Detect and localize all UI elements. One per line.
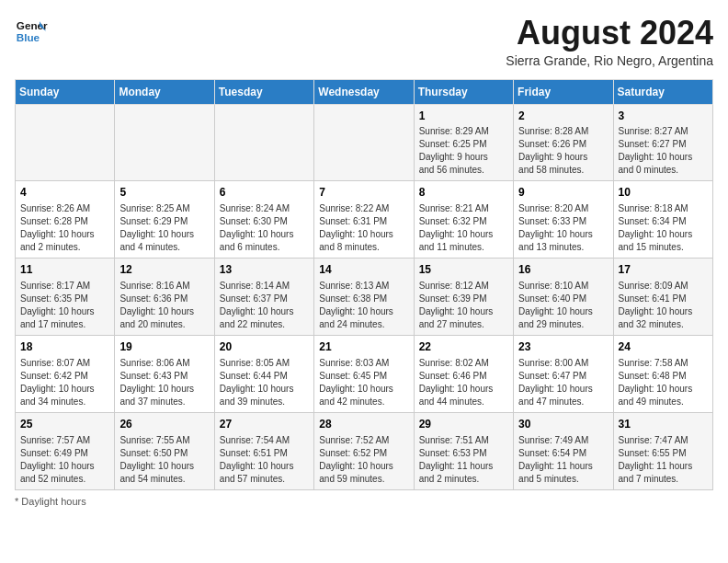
calendar-cell: [115, 104, 214, 181]
day-info: Sunrise: 8:03 AM Sunset: 6:45 PM Dayligh…: [319, 357, 408, 408]
calendar-cell: 24Sunrise: 7:58 AM Sunset: 6:48 PM Dayli…: [613, 335, 712, 412]
footer-note: * Daylight hours: [15, 496, 713, 507]
calendar-cell: 2Sunrise: 8:28 AM Sunset: 6:26 PM Daylig…: [514, 104, 613, 181]
day-header-wednesday: Wednesday: [314, 79, 414, 104]
calendar-table: SundayMondayTuesdayWednesdayThursdayFrid…: [15, 79, 713, 490]
day-info: Sunrise: 8:29 AM Sunset: 6:25 PM Dayligh…: [419, 125, 508, 177]
day-number: 12: [119, 262, 209, 278]
day-header-monday: Monday: [115, 79, 214, 104]
calendar-cell: 22Sunrise: 8:02 AM Sunset: 6:46 PM Dayli…: [414, 335, 513, 412]
day-info: Sunrise: 7:51 AM Sunset: 6:53 PM Dayligh…: [419, 434, 508, 486]
day-number: 16: [518, 262, 608, 278]
calendar-cell: 19Sunrise: 8:06 AM Sunset: 6:43 PM Dayli…: [115, 335, 214, 412]
footer-note-text: Daylight hours: [21, 496, 85, 507]
day-info: Sunrise: 8:05 AM Sunset: 6:44 PM Dayligh…: [220, 357, 309, 408]
day-number: 29: [419, 417, 508, 432]
day-number: 26: [119, 417, 209, 432]
calendar-cell: 12Sunrise: 8:16 AM Sunset: 6:36 PM Dayli…: [115, 259, 214, 336]
day-header-thursday: Thursday: [414, 79, 513, 104]
calendar-cell: 9Sunrise: 8:20 AM Sunset: 6:33 PM Daylig…: [514, 181, 613, 259]
day-number: 30: [518, 417, 608, 432]
day-info: Sunrise: 8:06 AM Sunset: 6:43 PM Dayligh…: [119, 357, 209, 408]
day-number: 25: [20, 417, 109, 432]
calendar-week-3: 11Sunrise: 8:17 AM Sunset: 6:35 PM Dayli…: [16, 259, 713, 336]
day-info: Sunrise: 8:10 AM Sunset: 6:40 PM Dayligh…: [518, 280, 608, 331]
calendar-cell: 7Sunrise: 8:22 AM Sunset: 6:31 PM Daylig…: [314, 181, 414, 259]
day-number: 23: [518, 339, 608, 355]
day-info: Sunrise: 8:07 AM Sunset: 6:42 PM Dayligh…: [20, 357, 109, 408]
day-info: Sunrise: 7:58 AM Sunset: 6:48 PM Dayligh…: [619, 357, 708, 408]
svg-text:Blue: Blue: [17, 31, 40, 43]
calendar-cell: 16Sunrise: 8:10 AM Sunset: 6:40 PM Dayli…: [514, 259, 613, 336]
title-area: August 2024 Sierra Grande, Rio Negro, Ar…: [506, 15, 713, 68]
calendar-cell: 6Sunrise: 8:24 AM Sunset: 6:30 PM Daylig…: [214, 181, 313, 259]
day-header-friday: Friday: [514, 79, 613, 104]
day-number: 20: [220, 339, 309, 355]
calendar-cell: 5Sunrise: 8:25 AM Sunset: 6:29 PM Daylig…: [115, 181, 214, 259]
day-header-tuesday: Tuesday: [214, 79, 313, 104]
day-info: Sunrise: 8:00 AM Sunset: 6:47 PM Dayligh…: [518, 357, 608, 408]
day-info: Sunrise: 8:16 AM Sunset: 6:36 PM Dayligh…: [119, 280, 209, 331]
day-info: Sunrise: 7:52 AM Sunset: 6:52 PM Dayligh…: [319, 434, 408, 486]
calendar-week-2: 4Sunrise: 8:26 AM Sunset: 6:28 PM Daylig…: [16, 181, 713, 259]
calendar-cell: 27Sunrise: 7:54 AM Sunset: 6:51 PM Dayli…: [214, 412, 313, 489]
calendar-cell: 25Sunrise: 7:57 AM Sunset: 6:49 PM Dayli…: [16, 412, 115, 489]
day-number: 21: [319, 339, 408, 355]
calendar-cell: [314, 104, 414, 181]
calendar-week-1: 1Sunrise: 8:29 AM Sunset: 6:25 PM Daylig…: [16, 104, 713, 181]
day-info: Sunrise: 8:24 AM Sunset: 6:30 PM Dayligh…: [220, 202, 309, 254]
calendar-cell: 10Sunrise: 8:18 AM Sunset: 6:34 PM Dayli…: [613, 181, 712, 259]
day-info: Sunrise: 8:12 AM Sunset: 6:39 PM Dayligh…: [419, 280, 508, 331]
main-title: August 2024: [506, 15, 713, 52]
day-info: Sunrise: 8:21 AM Sunset: 6:32 PM Dayligh…: [419, 202, 508, 254]
day-info: Sunrise: 7:57 AM Sunset: 6:49 PM Dayligh…: [20, 434, 109, 486]
day-number: 3: [619, 109, 708, 124]
calendar-cell: 14Sunrise: 8:13 AM Sunset: 6:38 PM Dayli…: [314, 259, 414, 336]
day-number: 1: [419, 109, 508, 124]
day-number: 14: [319, 262, 408, 278]
day-number: 24: [619, 339, 708, 355]
calendar-cell: 29Sunrise: 7:51 AM Sunset: 6:53 PM Dayli…: [414, 412, 513, 489]
day-number: 22: [419, 339, 508, 355]
calendar-cell: 8Sunrise: 8:21 AM Sunset: 6:32 PM Daylig…: [414, 181, 513, 259]
calendar-header-row: SundayMondayTuesdayWednesdayThursdayFrid…: [16, 79, 713, 104]
day-info: Sunrise: 8:02 AM Sunset: 6:46 PM Dayligh…: [419, 357, 508, 408]
calendar-cell: [16, 104, 115, 181]
calendar-week-4: 18Sunrise: 8:07 AM Sunset: 6:42 PM Dayli…: [16, 335, 713, 412]
calendar-cell: [214, 104, 313, 181]
svg-text:General: General: [17, 19, 48, 31]
day-number: 5: [119, 185, 209, 201]
calendar-cell: 13Sunrise: 8:14 AM Sunset: 6:37 PM Dayli…: [214, 259, 313, 336]
day-info: Sunrise: 8:22 AM Sunset: 6:31 PM Dayligh…: [319, 202, 408, 254]
day-info: Sunrise: 7:54 AM Sunset: 6:51 PM Dayligh…: [220, 434, 309, 486]
day-number: 6: [220, 185, 309, 201]
day-header-sunday: Sunday: [16, 79, 115, 104]
calendar-cell: 18Sunrise: 8:07 AM Sunset: 6:42 PM Dayli…: [16, 335, 115, 412]
day-info: Sunrise: 8:17 AM Sunset: 6:35 PM Dayligh…: [20, 280, 109, 331]
day-number: 15: [419, 262, 508, 278]
day-info: Sunrise: 8:27 AM Sunset: 6:27 PM Dayligh…: [619, 125, 708, 177]
day-info: Sunrise: 8:13 AM Sunset: 6:38 PM Dayligh…: [319, 280, 408, 331]
header: General Blue August 2024 Sierra Grande, …: [15, 15, 713, 68]
calendar-cell: 11Sunrise: 8:17 AM Sunset: 6:35 PM Dayli…: [16, 259, 115, 336]
day-info: Sunrise: 8:14 AM Sunset: 6:37 PM Dayligh…: [220, 280, 309, 331]
calendar-cell: 26Sunrise: 7:55 AM Sunset: 6:50 PM Dayli…: [115, 412, 214, 489]
logo: General Blue: [15, 15, 48, 48]
day-number: 17: [619, 262, 708, 278]
calendar-cell: 23Sunrise: 8:00 AM Sunset: 6:47 PM Dayli…: [514, 335, 613, 412]
day-info: Sunrise: 8:28 AM Sunset: 6:26 PM Dayligh…: [518, 125, 608, 177]
day-number: 4: [20, 185, 109, 201]
calendar-cell: 28Sunrise: 7:52 AM Sunset: 6:52 PM Dayli…: [314, 412, 414, 489]
day-number: 2: [518, 109, 608, 124]
day-info: Sunrise: 7:55 AM Sunset: 6:50 PM Dayligh…: [119, 434, 209, 486]
day-number: 18: [20, 339, 109, 355]
day-number: 7: [319, 185, 408, 201]
day-info: Sunrise: 7:49 AM Sunset: 6:54 PM Dayligh…: [518, 434, 608, 486]
calendar-cell: 4Sunrise: 8:26 AM Sunset: 6:28 PM Daylig…: [16, 181, 115, 259]
day-info: Sunrise: 8:09 AM Sunset: 6:41 PM Dayligh…: [619, 280, 708, 331]
calendar-cell: 21Sunrise: 8:03 AM Sunset: 6:45 PM Dayli…: [314, 335, 414, 412]
calendar-body: 1Sunrise: 8:29 AM Sunset: 6:25 PM Daylig…: [16, 104, 713, 489]
calendar-cell: 17Sunrise: 8:09 AM Sunset: 6:41 PM Dayli…: [613, 259, 712, 336]
day-info: Sunrise: 7:47 AM Sunset: 6:55 PM Dayligh…: [619, 434, 708, 486]
day-info: Sunrise: 8:20 AM Sunset: 6:33 PM Dayligh…: [518, 202, 608, 254]
